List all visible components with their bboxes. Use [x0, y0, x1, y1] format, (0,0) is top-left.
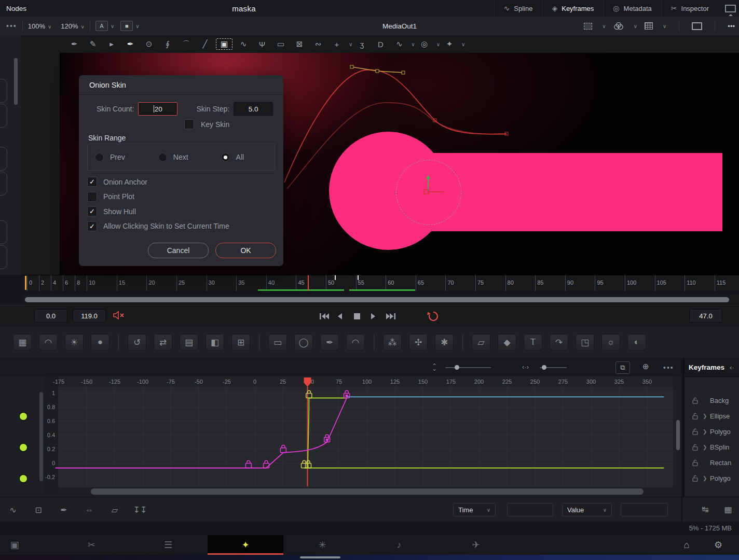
layer-row-polygo[interactable]: ❯Polygo [685, 424, 739, 439]
color-curves-icon[interactable]: ▦ [13, 334, 32, 351]
particle-merge-icon[interactable]: ✣ [409, 334, 428, 351]
color-corrector-icon[interactable]: ◠ [39, 334, 58, 351]
hull-handles[interactable] [350, 65, 405, 74]
zoom-level-right[interactable]: 120%∨ [61, 22, 85, 30]
renderer-3d-icon[interactable]: ◐ [627, 334, 646, 351]
merge-3d-icon[interactable]: ↷ [550, 334, 568, 351]
dual-screen-icon[interactable] [725, 5, 736, 12]
side-tool-button[interactable] [0, 147, 7, 171]
skin-step-input[interactable]: 5.0 [234, 102, 273, 116]
dve-icon[interactable]: ⇄ [154, 334, 172, 351]
text-3d-icon[interactable]: T [524, 334, 542, 351]
media-page-tab[interactable]: ▣ [0, 535, 30, 555]
value-value-input[interactable] [621, 503, 668, 516]
play-forward-button[interactable] [368, 309, 380, 324]
transform-keys-icon[interactable]: ▱ [106, 505, 124, 515]
edit-page-tab[interactable]: ☰ [153, 535, 184, 555]
timeline-playhead[interactable] [308, 275, 309, 291]
loop-button[interactable] [427, 309, 440, 324]
spreadsheet-icon[interactable]: ▦ [719, 505, 737, 514]
side-tool-button[interactable] [0, 172, 7, 195]
layer-row-polygo[interactable]: ❯Polygo [685, 470, 739, 486]
noise-mode-icon[interactable]: ∿ [391, 39, 407, 49]
zoom-level-left[interactable]: 100%∨ [28, 22, 52, 30]
play-reverse-button[interactable] [335, 309, 347, 324]
side-tool-button[interactable] [0, 79, 7, 103]
checkbox-allow-clicking-skin-to-set-current-time[interactable]: ✓ [87, 221, 97, 231]
channel-select-button[interactable]: A [95, 21, 108, 31]
left-strip-scrollbar[interactable] [14, 58, 18, 105]
fusion-page-tab[interactable]: ✦ [230, 535, 261, 555]
goto-end-button[interactable] [385, 309, 396, 324]
graph-vscrollbar-left[interactable] [39, 392, 43, 481]
home-button[interactable]: ⌂ [676, 535, 697, 555]
cancel-button[interactable]: Cancel [148, 243, 209, 258]
dialog-title[interactable]: Onion Skin [79, 75, 283, 95]
image-plane-3d-icon[interactable]: ▱ [472, 334, 490, 351]
merge-icon[interactable]: ▤ [180, 334, 198, 351]
insert-key-icon[interactable]: ✒ [55, 505, 73, 515]
publish-point-icon[interactable]: ⊙ [141, 39, 157, 49]
viewer-options-icon[interactable]: ••• [6, 22, 17, 30]
timeline-scrollbar-thumb[interactable] [25, 297, 729, 302]
expander-icon[interactable]: ❯ [703, 475, 710, 481]
graph-vscrollbar-right[interactable] [676, 420, 680, 450]
checkbox-onion-anchor[interactable]: ✓ [87, 177, 97, 187]
stretch-keys-icon[interactable]: ⇔ [80, 505, 98, 514]
blur-icon[interactable]: ● [91, 334, 110, 351]
color-page-tab[interactable]: ✳ [307, 535, 338, 555]
range-end-input[interactable]: 119.0 [73, 309, 106, 323]
brightness-contrast-icon[interactable]: ☀ [65, 334, 84, 351]
delete-point-icon[interactable]: ⊠ [292, 39, 307, 49]
range-start-input[interactable]: 0.0 [34, 309, 67, 323]
skin-range-radio-next[interactable] [158, 153, 167, 162]
unlock-icon[interactable] [692, 412, 699, 420]
particle-render-icon[interactable]: ✱ [435, 334, 454, 351]
reduce-points-icon[interactable]: ʒ [354, 40, 370, 49]
unlock-icon[interactable] [692, 428, 699, 436]
skin-count-input[interactable]: 20 [138, 102, 177, 116]
unlock-icon[interactable] [692, 459, 699, 467]
break-curve-icon[interactable]: ∾ [310, 39, 326, 49]
side-tool-button[interactable] [0, 245, 7, 269]
layer-dot-3[interactable] [19, 474, 28, 483]
layer-row-rectan[interactable]: Rectan [685, 455, 739, 470]
stop-button[interactable] [352, 309, 363, 324]
skin-range-radio-all[interactable] [221, 153, 230, 162]
color-wheels-icon[interactable] [613, 22, 624, 30]
timeline-ruler[interactable]: 0246810152025303540455055606570758085909… [23, 275, 739, 291]
key-skin-checkbox[interactable] [184, 119, 194, 129]
checkbox-show-hull[interactable]: ✓ [87, 206, 97, 216]
viewer-menu-icon[interactable]: ••• [728, 22, 735, 30]
resize-icon[interactable]: ⊞ [231, 334, 250, 351]
shape-3d-icon[interactable]: ◆ [498, 334, 516, 351]
mute-audio-icon[interactable] [113, 311, 126, 321]
buffer-select-button[interactable]: ■ [120, 21, 133, 31]
expander-icon[interactable]: ❯ [703, 444, 710, 450]
layer-row-backg[interactable]: Backg [685, 393, 739, 408]
arc-tool-icon[interactable]: ⌒ [179, 39, 194, 49]
rectangle-mask-icon[interactable]: ▭ [268, 334, 287, 351]
metadata-panel-button[interactable]: ◎Metadata [603, 0, 661, 17]
spot-light-icon[interactable]: ☼ [601, 334, 620, 351]
unlock-icon[interactable] [692, 397, 699, 404]
polygon-mask-icon[interactable]: ✒ [320, 334, 339, 351]
pin-keys-icon[interactable]: ↧↧ [131, 505, 149, 515]
checker-underlay-icon[interactable] [645, 22, 653, 30]
checkbox-point-plot[interactable] [87, 192, 97, 202]
side-tool-button[interactable] [0, 104, 7, 128]
modify-point-icon[interactable]: ✒ [122, 39, 138, 49]
skin-range-radio-prev[interactable] [95, 153, 104, 162]
render-range-start-marker[interactable] [25, 276, 26, 290]
shape-mode-icon[interactable]: ◎ [417, 39, 432, 49]
camera-3d-icon[interactable]: ◳ [576, 334, 594, 351]
nodes-toggle-button[interactable]: Nodes [6, 0, 26, 17]
transform-icon[interactable]: ↺ [128, 334, 146, 351]
graph-hscrollbar[interactable] [91, 488, 644, 495]
ellipse-mask-icon[interactable]: ◯ [294, 334, 313, 351]
layer-row-bsplin[interactable]: ❯BSplin [685, 439, 739, 455]
value-dropdown[interactable]: Value∨ [562, 503, 612, 516]
inspector-panel-button[interactable]: ✂Inspector [661, 0, 718, 17]
panel-resize-icon[interactable]: ‹· [730, 363, 734, 371]
gizmo-radius-circle[interactable] [396, 160, 461, 225]
